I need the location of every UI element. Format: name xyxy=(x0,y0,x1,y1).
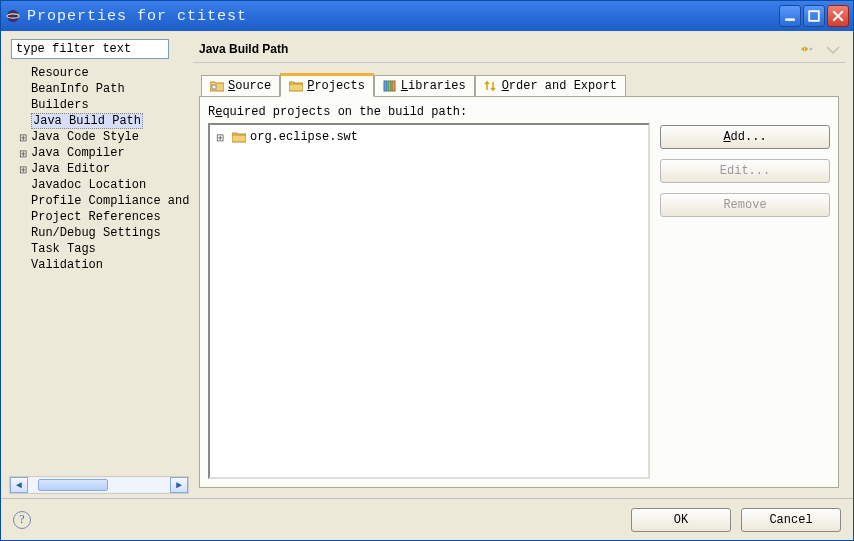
nav-item-java-code-style[interactable]: Java Code Style xyxy=(11,129,189,145)
back-forward-icon[interactable] xyxy=(799,41,815,57)
tab-body: Required projects on the build path: ⊞or… xyxy=(199,96,839,488)
nav-item-label: BeanInfo Path xyxy=(31,82,125,96)
maximize-button[interactable] xyxy=(803,5,825,27)
nav-item-javadoc-location[interactable]: Javadoc Location xyxy=(11,177,189,193)
nav-item-run-debug-settings[interactable]: Run/Debug Settings xyxy=(11,225,189,241)
nav-item-label: Javadoc Location xyxy=(31,178,146,192)
nav-item-label: Java Compiler xyxy=(31,146,125,160)
scroll-right-icon[interactable]: ► xyxy=(170,477,188,493)
tab-label: Projects xyxy=(307,79,365,93)
sidebar-scrollbar[interactable]: ◄ ► xyxy=(9,476,189,494)
nav-item-label: Resource xyxy=(31,66,89,80)
project-label: org.eclipse.swt xyxy=(250,130,358,144)
close-button[interactable] xyxy=(827,5,849,27)
nav-item-label: Java Code Style xyxy=(31,130,139,144)
svg-rect-3 xyxy=(809,11,819,21)
minimize-button[interactable] xyxy=(779,5,801,27)
folder-icon xyxy=(232,131,246,143)
order-icon xyxy=(484,79,498,93)
nav-item-validation[interactable]: Validation xyxy=(11,257,189,273)
nav-item-resource[interactable]: Resource xyxy=(11,65,189,81)
scroll-left-icon[interactable]: ◄ xyxy=(10,477,28,493)
project-item[interactable]: ⊞org.eclipse.swt xyxy=(216,129,642,145)
remove-button: Remove xyxy=(660,193,830,217)
window-title: Properties for ctitest xyxy=(27,8,779,25)
nav-item-java-editor[interactable]: Java Editor xyxy=(11,161,189,177)
nav-item-label: Run/Debug Settings xyxy=(31,226,161,240)
tab-projects[interactable]: Projects xyxy=(280,73,374,97)
filter-input[interactable] xyxy=(11,39,169,59)
tab-order-and-export[interactable]: Order and Export xyxy=(475,75,626,97)
svg-rect-6 xyxy=(388,81,391,91)
library-icon xyxy=(383,79,397,93)
eclipse-icon xyxy=(5,8,21,24)
nav-item-label: Java Build Path xyxy=(31,113,143,129)
nav-item-builders[interactable]: Builders xyxy=(11,97,189,113)
toolbar-menu-icon[interactable] xyxy=(825,41,841,57)
tab-libraries[interactable]: Libraries xyxy=(374,75,475,97)
svg-rect-4 xyxy=(212,85,216,89)
projects-folder-icon xyxy=(289,79,303,93)
help-icon[interactable]: ? xyxy=(13,511,31,529)
title-bar: Properties for ctitest xyxy=(1,1,853,31)
page-title: Java Build Path xyxy=(199,42,799,56)
cancel-button[interactable]: Cancel xyxy=(741,508,841,532)
tab-label: Order and Export xyxy=(502,79,617,93)
scroll-track[interactable] xyxy=(28,478,170,492)
tab-source[interactable]: Source xyxy=(201,75,280,97)
nav-item-task-tags[interactable]: Task Tags xyxy=(11,241,189,257)
nav-item-java-compiler[interactable]: Java Compiler xyxy=(11,145,189,161)
scroll-thumb[interactable] xyxy=(38,479,108,491)
svg-rect-5 xyxy=(384,81,387,91)
tab-row: SourceProjectsLibrariesOrder and Export xyxy=(199,73,839,97)
tab-label: Libraries xyxy=(401,79,466,93)
tab-label: Source xyxy=(228,79,271,93)
nav-item-label: Builders xyxy=(31,98,89,112)
ok-button[interactable]: OK xyxy=(631,508,731,532)
nav-item-java-build-path[interactable]: Java Build Path xyxy=(11,113,189,129)
nav-item-label: Validation xyxy=(31,258,103,272)
nav-item-label: Java Editor xyxy=(31,162,110,176)
edit-button: Edit... xyxy=(660,159,830,183)
nav-tree: ResourceBeanInfo PathBuildersJava Build … xyxy=(9,65,189,472)
add-button[interactable]: Add... xyxy=(660,125,830,149)
source-folder-icon xyxy=(210,79,224,93)
button-bar: ? OK Cancel xyxy=(1,498,853,540)
svg-rect-7 xyxy=(392,81,395,91)
nav-item-label: Project References xyxy=(31,210,161,224)
nav-item-label: Task Tags xyxy=(31,242,96,256)
svg-point-0 xyxy=(7,10,19,22)
right-pane: Java Build Path SourceProjectsLibrariesO… xyxy=(193,39,845,494)
sidebar: ResourceBeanInfo PathBuildersJava Build … xyxy=(9,39,189,494)
nav-item-label: Profile Compliance and xyxy=(31,194,189,208)
required-projects-label: Required projects on the build path: xyxy=(208,105,830,119)
nav-item-beaninfo-path[interactable]: BeanInfo Path xyxy=(11,81,189,97)
svg-rect-2 xyxy=(785,18,795,20)
expand-icon[interactable]: ⊞ xyxy=(216,132,228,143)
nav-item-profile-compliance-and[interactable]: Profile Compliance and xyxy=(11,193,189,209)
required-projects-list[interactable]: ⊞org.eclipse.swt xyxy=(208,123,650,479)
nav-item-project-references[interactable]: Project References xyxy=(11,209,189,225)
